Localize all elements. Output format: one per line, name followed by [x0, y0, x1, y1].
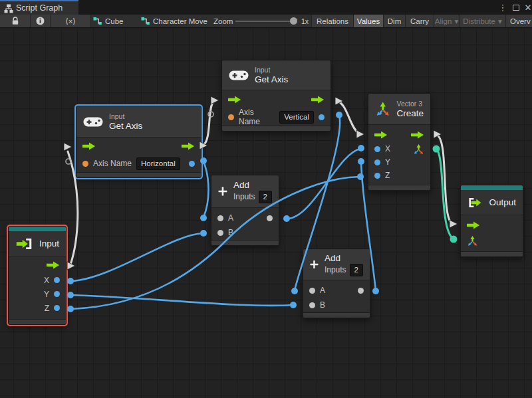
- node-title: Input: [39, 239, 59, 249]
- port-label: B: [320, 300, 325, 310]
- zoom-slider-track[interactable]: [235, 21, 293, 22]
- node-add-1[interactable]: Add Inputs 2 A B: [211, 175, 279, 246]
- close-icon[interactable]: ✕: [521, 0, 532, 15]
- port-label: X: [385, 144, 390, 153]
- value-output-port[interactable]: [189, 161, 195, 167]
- overview-button[interactable]: Overv: [505, 15, 532, 27]
- port-row-z: Z: [368, 169, 430, 182]
- inputs-count-field[interactable]: 2: [259, 191, 272, 203]
- zoom-slider-handle[interactable]: [290, 17, 297, 25]
- vector3-icon: [375, 100, 390, 118]
- node-category: Input: [109, 112, 142, 121]
- distribute-dropdown[interactable]: Distribute ▾: [459, 15, 505, 27]
- trigger-out-port[interactable]: [411, 131, 424, 139]
- output-event-icon: [467, 196, 483, 209]
- align-dropdown[interactable]: Align ▾: [434, 15, 459, 27]
- trigger-in-port[interactable]: [374, 131, 388, 139]
- node-add-2[interactable]: Add Inputs 2 A B: [303, 249, 370, 318]
- axis-name-field[interactable]: Vertical: [279, 111, 314, 124]
- node-footer: [9, 319, 66, 324]
- trigger-row: [76, 138, 201, 155]
- breadcrumb-graph-cube[interactable]: Cube: [93, 15, 124, 27]
- trigger-in-row: [461, 218, 523, 233]
- node-header: Input: [9, 231, 66, 257]
- node-title: Output: [489, 197, 516, 208]
- tab-script-graph[interactable]: Script Graph: [0, 0, 78, 15]
- maximize-icon[interactable]: [509, 0, 523, 15]
- node-title: Get Axis: [109, 121, 142, 132]
- unity-visual-scripting-window: Script Graph ⋮ ✕ ⟨×⟩: [0, 0, 532, 398]
- node-footer: [461, 251, 523, 256]
- port-b-input[interactable]: [217, 230, 223, 236]
- port-row-a: A: [211, 211, 279, 225]
- trigger-out-port[interactable]: [182, 142, 195, 150]
- distribute-label: Distribute: [463, 17, 495, 25]
- relations-button[interactable]: Relations: [311, 15, 353, 27]
- info-button[interactable]: [31, 15, 51, 27]
- port-label: Z: [45, 304, 49, 313]
- port-label: B: [228, 228, 233, 237]
- vector3-output-port[interactable]: [413, 144, 424, 155]
- inputs-count-field[interactable]: 2: [350, 264, 363, 276]
- node-footer: [303, 312, 370, 318]
- port-y-output[interactable]: [54, 291, 60, 297]
- breadcrumb-graph-character-move[interactable]: Character Move: [141, 15, 207, 27]
- trigger-in-port[interactable]: [467, 221, 480, 229]
- port-label: X: [44, 276, 49, 285]
- trigger-in-port[interactable]: [82, 142, 96, 150]
- node-get-axis-vertical[interactable]: Input Get Axis Axis Name Vertical: [221, 60, 331, 132]
- chevron-down-icon: ▾: [454, 17, 458, 26]
- trigger-out-port[interactable]: [47, 261, 60, 269]
- port-label: A: [320, 286, 325, 295]
- node-footer: [368, 185, 430, 190]
- graph-toolbar: ⟨×⟩ Cube Character Move Zoom 1x Relation…: [0, 15, 532, 28]
- port-row-x: X: [368, 142, 430, 155]
- port-label: A: [228, 213, 233, 223]
- trigger-in-port[interactable]: [228, 96, 241, 104]
- port-row-y: Y: [368, 155, 430, 169]
- port-x-output[interactable]: [54, 277, 60, 283]
- vector3-input-port[interactable]: [467, 235, 478, 247]
- node-header: Output: [461, 190, 523, 215]
- node-get-axis-horizontal[interactable]: Input Get Axis Axis Name Horizontal: [76, 106, 201, 178]
- kebab-menu-icon[interactable]: ⋮: [496, 0, 509, 15]
- node-vector3-create[interactable]: Vector 3 Create X Y: [368, 93, 431, 191]
- param-label: Axis Name: [239, 108, 275, 126]
- code-view-button[interactable]: ⟨×⟩: [51, 15, 91, 27]
- node-input-event[interactable]: Input X Y Z: [8, 226, 66, 325]
- value-output-port[interactable]: [319, 114, 325, 120]
- port-z-output[interactable]: [54, 305, 60, 311]
- sum-output-port[interactable]: [267, 215, 273, 221]
- trigger-out-row: [9, 257, 66, 273]
- node-header: Vector 3 Create: [368, 94, 430, 125]
- trigger-out-port[interactable]: [311, 96, 325, 104]
- port-a-input[interactable]: [309, 288, 315, 294]
- script-graph-hierarchy-icon: [4, 4, 13, 15]
- values-button[interactable]: Values: [353, 15, 383, 27]
- code-icon: ⟨×⟩: [65, 17, 76, 26]
- port-label: Y: [385, 157, 390, 167]
- inputs-label: Inputs: [325, 266, 346, 274]
- port-a-input[interactable]: [217, 215, 223, 221]
- lock-button[interactable]: [0, 15, 31, 27]
- sum-output-port[interactable]: [358, 288, 364, 294]
- node-header: Input Get Axis: [76, 106, 201, 138]
- node-header: Add Inputs 2: [211, 175, 279, 208]
- port-z-input[interactable]: [374, 173, 380, 179]
- axis-name-input-port[interactable]: [82, 161, 88, 167]
- port-b-input[interactable]: [309, 302, 315, 308]
- node-output-event[interactable]: Output: [460, 185, 523, 257]
- port-row-b: B: [303, 298, 370, 312]
- param-label: Axis Name: [93, 159, 132, 168]
- node-title: Add: [233, 180, 272, 191]
- node-category: Input: [255, 66, 288, 74]
- info-icon: [36, 17, 45, 25]
- dim-button[interactable]: Dim: [383, 15, 405, 27]
- graph-icon: [141, 17, 150, 25]
- trigger-row: [222, 90, 331, 108]
- carry-button[interactable]: Carry: [405, 15, 434, 27]
- port-x-input[interactable]: [374, 146, 380, 152]
- axis-name-input-port[interactable]: [228, 114, 234, 120]
- axis-name-field[interactable]: Horizontal: [136, 157, 180, 170]
- port-y-input[interactable]: [374, 159, 380, 165]
